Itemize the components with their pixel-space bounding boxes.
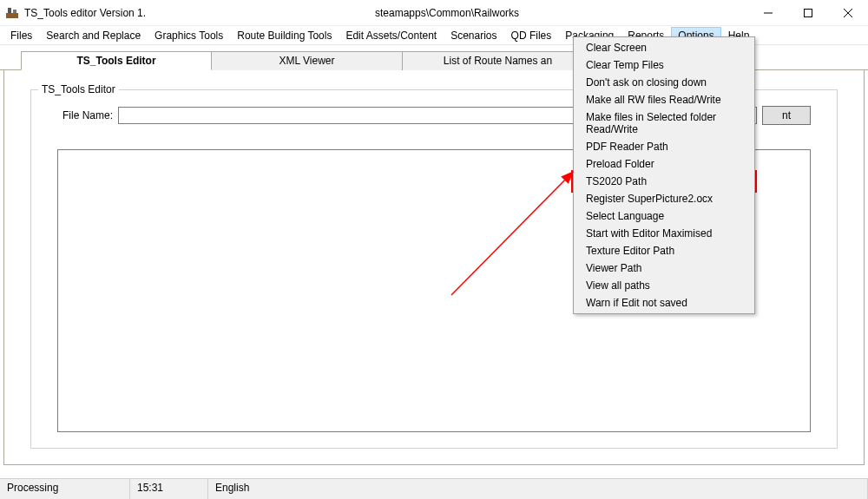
maximize-button[interactable] <box>788 0 828 25</box>
titlebar: TS_Tools editor Version 1. steamapps\Com… <box>0 0 868 26</box>
tab-2[interactable]: List of Route Names an <box>403 51 594 70</box>
options-item-clear-screen[interactable]: Clear Screen <box>574 39 754 56</box>
title-center: steamapps\Common\Railworks <box>146 7 748 19</box>
options-item-register-superpicture2-ocx[interactable]: Register SuperPicture2.ocx <box>574 190 754 207</box>
file-name-label: File Name: <box>57 109 118 121</box>
tab-0[interactable]: TS_Tools Editor <box>21 51 212 70</box>
svg-rect-1 <box>8 8 11 13</box>
options-item-warn-if-edit-not-saved[interactable]: Warn if Edit not saved <box>574 294 754 312</box>
options-item-start-with-editor-maximised[interactable]: Start with Editor Maximised <box>574 225 754 242</box>
status-language: English <box>208 479 868 499</box>
options-item-clear-temp-files[interactable]: Clear Temp Files <box>574 56 754 74</box>
file-action-button[interactable]: nt <box>762 106 811 125</box>
close-button[interactable] <box>828 0 868 25</box>
options-dropdown: Clear ScreenClear Temp FilesDon't ask on… <box>573 36 755 314</box>
options-item-pdf-reader-path[interactable]: PDF Reader Path <box>574 138 754 155</box>
options-item-make-all-rw-files-read-write[interactable]: Make all RW files Read/Write <box>574 91 754 108</box>
status-time: 15:31 <box>130 479 208 499</box>
options-item-don-t-ask-on-closing-down[interactable]: Don't ask on closing down <box>574 74 754 91</box>
svg-rect-4 <box>805 9 812 16</box>
options-item-select-language[interactable]: Select Language <box>574 207 754 225</box>
groupbox-legend: TS_Tools Editor <box>38 83 119 95</box>
svg-rect-0 <box>6 13 18 18</box>
title-left: TS_Tools editor Version 1. <box>24 7 146 19</box>
menu-item-qd-files[interactable]: QD Files <box>504 27 559 44</box>
menu-item-route-building-tools[interactable]: Route Building Tools <box>230 27 339 44</box>
window-controls <box>748 0 868 25</box>
menu-item-scenarios[interactable]: Scenarios <box>444 27 503 44</box>
options-item-preload-folder[interactable]: Preload Folder <box>574 155 754 173</box>
statusbar: Processing 15:31 English <box>0 478 868 499</box>
options-item-make-files-in-selected-folder-read-write[interactable]: Make files in Selected folder Read/Write <box>574 108 754 138</box>
options-item-view-all-paths[interactable]: View all paths <box>574 277 754 294</box>
status-processing: Processing <box>0 479 130 499</box>
options-item-texture-editor-path[interactable]: Texture Editor Path <box>574 242 754 259</box>
options-item-viewer-path[interactable]: Viewer Path <box>574 259 754 277</box>
menu-item-search-and-replace[interactable]: Search and Replace <box>39 27 148 44</box>
tab-1[interactable]: XML Viewer <box>212 51 403 70</box>
svg-rect-2 <box>13 10 16 13</box>
menu-item-graphics-tools[interactable]: Graphics Tools <box>148 27 230 44</box>
menu-item-files[interactable]: Files <box>3 27 39 44</box>
minimize-button[interactable] <box>748 0 788 25</box>
options-item-ts2020-path[interactable]: TS2020 Path <box>574 173 754 190</box>
app-icon <box>5 6 19 20</box>
menu-item-edit-assets-content[interactable]: Edit Assets/Content <box>339 27 444 44</box>
